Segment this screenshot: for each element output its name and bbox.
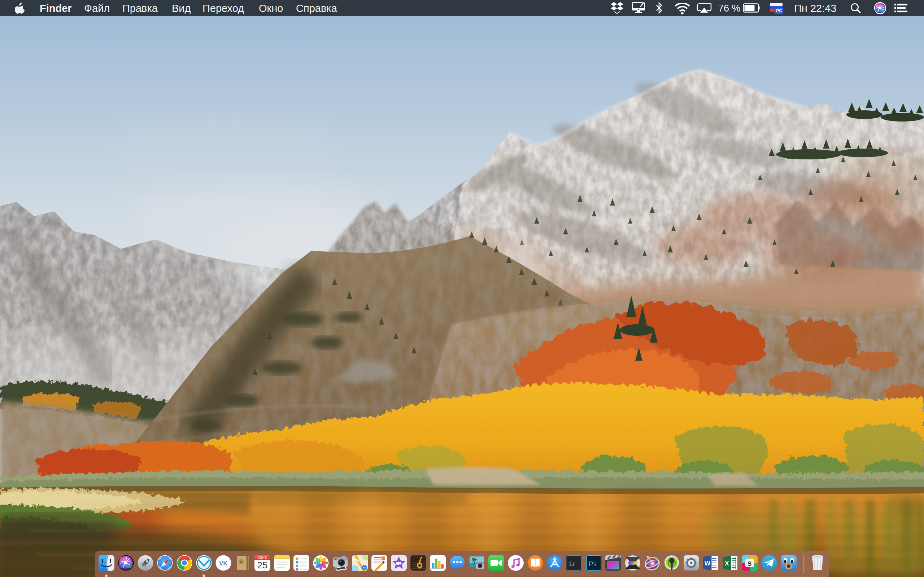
svg-text:3D: 3D: [363, 567, 366, 570]
svg-text:X: X: [725, 560, 729, 567]
svg-text:25: 25: [257, 560, 268, 571]
svg-text:W: W: [704, 560, 711, 567]
svg-text:Ps: Ps: [589, 560, 597, 567]
svg-text:VK: VK: [219, 560, 228, 567]
svg-text:Lr: Lr: [569, 560, 576, 567]
svg-text:S: S: [748, 561, 751, 567]
svg-text:СЕНТ.: СЕНТ.: [258, 556, 267, 559]
